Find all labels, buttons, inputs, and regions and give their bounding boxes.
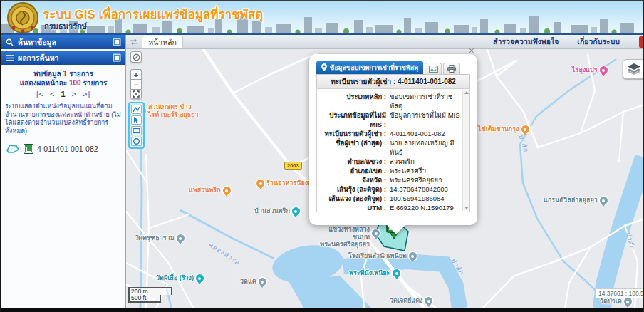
poi-temple-pakhe: วัดป่าเค: [600, 298, 632, 306]
sidebar: ค้นหาข้อมูล ผลการค้นหา พบข้อมูล 1 รายการ…: [1, 35, 126, 308]
results-panel-title: ผลการค้นหา: [18, 52, 59, 64]
food-pin-icon[interactable]: [256, 180, 264, 187]
temple-pin-icon[interactable]: [624, 298, 632, 306]
draw-select-button[interactable]: [131, 115, 142, 125]
result-item-id: 4-011401-001-082: [37, 145, 98, 153]
page-current[interactable]: 1: [61, 90, 66, 98]
poi-elephant-kraal: พระที่นั่งเพนียด: [349, 269, 400, 277]
government-pin-icon[interactable]: [372, 229, 380, 237]
window-bottom-frame: [1, 308, 643, 312]
poi-grand-villa: แกรนด์วิลล่าอยุธยา: [544, 197, 608, 204]
temple-pin-icon[interactable]: [259, 278, 266, 286]
poi-temple-khae: วัดแค: [240, 278, 266, 286]
poi-homestay: บ้านสวนพริก: [254, 207, 300, 215]
nav-satisfaction-survey[interactable]: สำรวจความพึงพอใจ: [493, 36, 559, 48]
zoom-control: + −: [130, 69, 142, 99]
menu-icon: [6, 55, 14, 61]
layers-button[interactable]: [623, 59, 644, 79]
app-header: ระบบ GIS เพื่อการเผยแพร่ข้อมูลที่ราชพัสด…: [1, 1, 643, 35]
poi-school: โรงเรียนสำนักเพนียด: [348, 252, 417, 260]
draw-circle-button[interactable]: [131, 137, 142, 146]
food-pin-icon[interactable]: [521, 125, 529, 133]
school-pin-icon[interactable]: [409, 252, 417, 260]
poi-restaurant-raft: แพสวนพริก: [189, 187, 231, 194]
tab-home[interactable]: หน้าหลัก: [142, 36, 183, 48]
results-panel-collapse-button[interactable]: [113, 53, 121, 62]
draw-line-button[interactable]: [131, 105, 142, 114]
zoom-extent-button[interactable]: [130, 89, 142, 99]
tab-strip: หน้าหลัก สำรวจความพึงพอใจ เกี่ยวกับระบบ: [126, 35, 644, 49]
popup-tab-print[interactable]: [443, 63, 460, 74]
results-count-line: พบข้อมูล 1 รายการ แสดงผลหน้าละ 100 รายกา…: [1, 69, 125, 88]
divider: [1, 162, 125, 162]
result-list-item[interactable]: 4-011401-001-082: [1, 140, 125, 157]
results-count: 1: [63, 70, 68, 78]
search-panel-header[interactable]: ค้นหาข้อมูล: [1, 35, 125, 49]
results-note-text: ระบบแสดงตำแหน่งข้อมูลบนแผนที่ตามจำนวนราย…: [5, 103, 122, 135]
attraction-pin-icon[interactable]: [393, 269, 400, 277]
poi-farm: สวนเกษตร ข้าวไรท์ เบอร์รี่ อยุธยา: [138, 103, 201, 118]
pagination: |<<1>>|: [1, 90, 125, 98]
temple-pin-icon[interactable]: [177, 234, 185, 242]
place-pin-icon[interactable]: [292, 207, 300, 215]
map-scale-bar: 200 m 500 ft: [128, 287, 172, 303]
poi-highway-district: แขวงทางหลวงชนบท พระนครศรีอยุธยา: [313, 226, 380, 249]
attraction-pin-icon[interactable]: [196, 274, 204, 282]
road-shield-2003: 2003: [284, 162, 302, 170]
poi-temple-chedidaeng: วัดเจดีย์แดง: [390, 297, 432, 305]
cursor-coordinates: 14.37661 : 100.57: [596, 288, 644, 298]
draw-rectangle-button[interactable]: [131, 126, 142, 135]
pin-icon: [321, 63, 327, 71]
zoom-in-button[interactable]: +: [130, 69, 142, 79]
popup-body: ประเภทหลัก :ขอบเขตการเช่าที่ราชพัสดุ ประ…: [316, 88, 470, 212]
page-next-button[interactable]: >: [72, 90, 77, 98]
swap-panels-icon[interactable]: [126, 35, 142, 48]
search-panel-title: ค้นหาข้อมูล: [18, 36, 56, 48]
draw-tools: [128, 102, 145, 149]
poi-temple-krut: วัดครุฑธาราม: [135, 234, 185, 242]
layers-icon: [628, 63, 640, 75]
zoom-out-button[interactable]: −: [130, 79, 142, 89]
edge-widget-sliver[interactable]: [639, 36, 644, 48]
poi-farm-lodging: ไร่ลุงแปร: [572, 66, 608, 74]
results-panel-header[interactable]: ผลการค้นหา: [1, 51, 125, 65]
page-first-button[interactable]: |<: [36, 90, 44, 98]
popup-tab-image[interactable]: [425, 63, 442, 74]
popup-scrollbar[interactable]: [462, 90, 469, 211]
poi-restaurant: ร้านอาหารน้องอ: [256, 180, 312, 187]
clear-selection-button[interactable]: [130, 51, 142, 63]
food-pin-icon[interactable]: [223, 187, 231, 194]
feature-info-popup: × ข้อมูลขอบเขตการเช่าที่ราชพัสดุ ทะเบียน…: [309, 54, 477, 225]
popup-tab-info[interactable]: ข้อมูลขอบเขตการเช่าที่ราชพัสดุ: [316, 61, 423, 74]
parcel-marker-icon: [24, 144, 33, 154]
page-last-button[interactable]: >|: [83, 90, 90, 98]
results-panel-body: พบข้อมูล 1 รายการ แสดงผลหน้าละ 100 รายกา…: [1, 65, 125, 162]
poi-restaurant-khai: ไข่เต็มซานกรุง: [478, 125, 529, 133]
per-page-count: 100: [69, 79, 81, 87]
gis-application-window: ระบบ GIS เพื่อการเผยแพร่ข้อมูลที่ราชพัสด…: [0, 0, 644, 312]
page-prev-button[interactable]: <: [50, 90, 55, 98]
nav-about-system[interactable]: เกี่ยวกับระบบ: [577, 36, 620, 48]
image-icon: [429, 66, 438, 73]
place-pin-icon[interactable]: [600, 197, 608, 204]
search-panel-collapse-button[interactable]: [113, 38, 121, 46]
treasury-seal-logo: [6, 1, 39, 34]
search-icon: [6, 38, 14, 46]
temple-pin-icon[interactable]: [425, 297, 432, 305]
scale-imperial: 500 ft: [128, 295, 161, 303]
parcel-polygon-icon: [6, 144, 20, 154]
print-icon: [447, 65, 456, 73]
app-subtitle: กรมธนารักษ์: [44, 20, 87, 33]
poi-temple-phisuea: วัดผีเสื้อ (ร้าง): [156, 274, 204, 282]
close-icon[interactable]: ×: [469, 45, 474, 56]
lodging-pin-icon[interactable]: [600, 66, 608, 74]
popup-tabs: ข้อมูลขอบเขตการเช่าที่ราชพัสดุ: [316, 61, 470, 75]
popup-header: ทะเบียนรายตัวผู้เช่า : 4-011401-001-082: [316, 75, 470, 88]
